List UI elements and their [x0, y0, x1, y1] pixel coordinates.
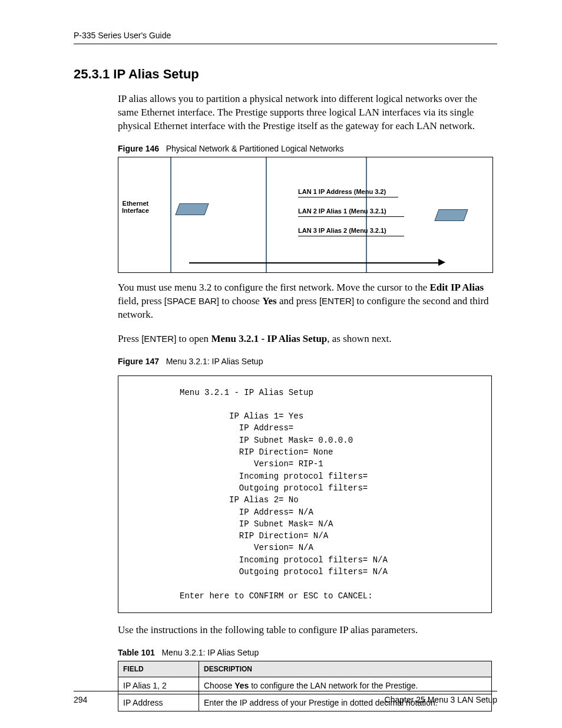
text-bold: Edit IP Alias	[429, 282, 484, 293]
text-run: to choose	[219, 295, 262, 307]
text-run: Press	[118, 333, 141, 344]
diagram-vline	[170, 157, 171, 272]
table-101-caption: Table 101 Menu 3.2.1: IP Alias Setup	[118, 648, 497, 657]
menu-screenshot: Menu 3.2.1 - IP Alias Setup IP Alias 1= …	[118, 375, 492, 613]
text-bold: Menu 3.2.1 - IP Alias Setup	[211, 333, 327, 344]
text-run: Choose	[204, 681, 234, 690]
keycap: [ENTER]	[319, 296, 354, 306]
figure-146-caption: Figure 146 Physical Network & Partitione…	[118, 144, 497, 153]
paragraph-intro: IP alias allows you to partition a physi…	[118, 93, 497, 133]
table-101-label: Table 101	[118, 648, 155, 657]
text-run: and press	[277, 295, 319, 307]
running-header: P-335 Series User's Guide	[74, 31, 497, 44]
network-node-icon	[175, 203, 209, 215]
text-run: field, press	[118, 295, 164, 307]
figure-147-label: Figure 147	[118, 357, 159, 366]
figure-147-title: Menu 3.2.1: IP Alias Setup	[166, 357, 263, 366]
diagram-vline	[266, 157, 267, 272]
diagram-underline	[298, 197, 398, 197]
chapter-title: Chapter 25 Menu 3 LAN Setup	[385, 695, 497, 704]
paragraph-open-menu: Press [ENTER] to open Menu 3.2.1 - IP Al…	[118, 332, 497, 346]
paragraph-instructions: Use the instructions in the following ta…	[118, 624, 497, 637]
network-node-icon	[434, 209, 468, 221]
paragraph-config-first: You must use menu 3.2 to configure the f…	[118, 281, 497, 322]
text-bold: Yes	[234, 681, 249, 690]
diagram-underline	[298, 216, 404, 217]
table-header-description: DESCRIPTION	[199, 661, 492, 677]
ethernet-label-line: Ethernet	[123, 200, 149, 207]
arrow-head-icon	[438, 259, 445, 266]
table-header-field: FIELD	[118, 661, 199, 677]
arrow-line	[189, 262, 439, 263]
table-header-row: FIELD DESCRIPTION	[118, 661, 492, 677]
page-footer: 294 Chapter 25 Menu 3 LAN Setup	[74, 691, 497, 704]
text-run: , as shown next.	[327, 333, 391, 344]
section-heading: 25.3.1 IP Alias Setup	[74, 67, 497, 82]
keycap: [ENTER]	[141, 334, 176, 344]
diagram-underline	[298, 236, 404, 236]
page-number: 294	[74, 695, 87, 704]
lan1-label: LAN 1 IP Address (Menu 3.2)	[298, 188, 386, 195]
lan2-label: LAN 2 IP Alias 1 (Menu 3.2.1)	[298, 207, 386, 215]
keycap: [SPACE BAR]	[164, 296, 219, 306]
diagram-vline	[366, 157, 367, 272]
lan3-label: LAN 3 IP Alias 2 (Menu 3.2.1)	[298, 227, 386, 234]
text-bold: Yes	[262, 295, 277, 307]
text-run: to configure the LAN network for the Pre…	[249, 681, 418, 690]
ethernet-interface-label: Ethernet Interface	[122, 200, 149, 215]
ethernet-label-line: Interface	[122, 207, 149, 214]
text-run: to open	[176, 333, 211, 344]
figure-146-title: Physical Network & Partitioned Logical N…	[166, 144, 344, 153]
figure-146-diagram: Ethernet Interface LAN 1 IP Address (Men…	[118, 157, 493, 273]
table-101-title: Menu 3.2.1: IP Alias Setup	[161, 648, 259, 657]
figure-146-label: Figure 146	[118, 144, 159, 153]
figure-147-caption: Figure 147 Menu 3.2.1: IP Alias Setup	[118, 357, 497, 366]
text-run: You must use menu 3.2 to configure the f…	[118, 282, 429, 293]
